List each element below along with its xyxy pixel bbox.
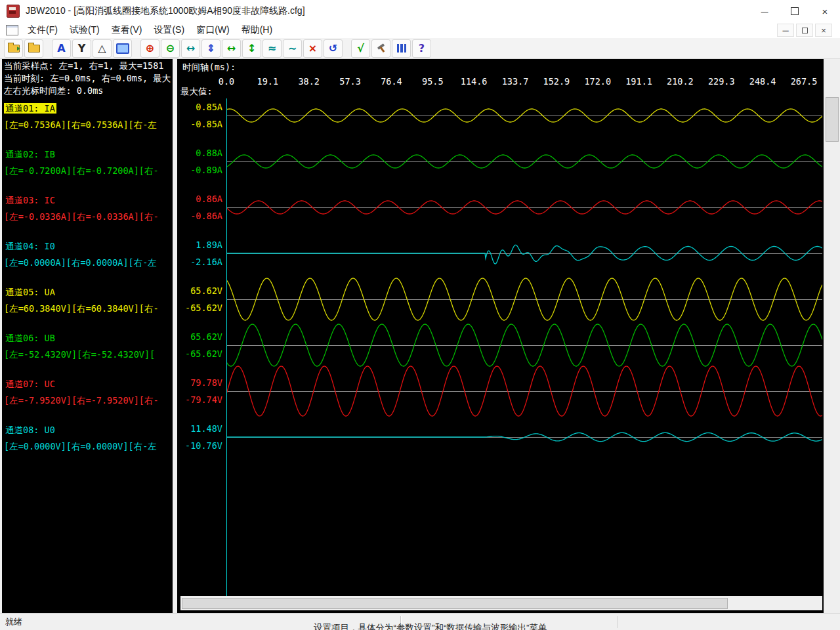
app-icon bbox=[7, 5, 20, 18]
h-expand-button[interactable]: ↔ bbox=[222, 39, 241, 58]
zoom-out-button[interactable]: ⊖ bbox=[161, 39, 180, 58]
close-icon: × bbox=[822, 6, 828, 17]
vertical-scrollbar[interactable] bbox=[824, 59, 840, 614]
current-time-info: 当前时刻: 左=0.0ms, 右=0.0ms, 最大 bbox=[4, 73, 171, 83]
menu-view[interactable]: 查看(V) bbox=[106, 22, 148, 38]
maximize-button[interactable] bbox=[780, 0, 810, 22]
h-compress-button[interactable]: ↔ bbox=[181, 39, 200, 58]
client-area: 当前采样点: 左=1, 右=1, 最大=1581 当前时刻: 左=0.0ms, … bbox=[0, 59, 840, 614]
waveform-canvas[interactable] bbox=[226, 98, 822, 596]
channel-max-value-8: 11.48V bbox=[177, 424, 222, 434]
horizontal-scrollbar[interactable] bbox=[180, 596, 822, 610]
waveform-panel: 时间轴(ms): 最大值: 0.85A-0.85A0.88A-0.89A0.86… bbox=[177, 59, 840, 614]
triangle-wave-button[interactable]: △ bbox=[93, 39, 112, 58]
time-tick-label: 57.3 bbox=[339, 77, 361, 87]
time-tick-label: 114.6 bbox=[461, 77, 488, 87]
time-tick-label: 133.7 bbox=[502, 77, 529, 87]
channel-label-1[interactable]: 通道01: IA bbox=[4, 103, 56, 114]
double-wave-icon: ≈ bbox=[268, 43, 276, 54]
time-tick-label: 248.4 bbox=[749, 77, 776, 87]
channel-label-7[interactable]: 通道07: UC bbox=[4, 379, 56, 389]
cursor-mode-button[interactable]: ⇕ bbox=[201, 39, 220, 58]
statistics-button[interactable] bbox=[392, 39, 411, 58]
channel-label-8[interactable]: 通道08: U0 bbox=[4, 425, 56, 435]
undo-button[interactable]: ↺ bbox=[324, 39, 343, 58]
v-cursor-icon: ⇕ bbox=[207, 43, 215, 54]
channel-max-value-1: 0.85A bbox=[177, 102, 222, 112]
channel-detail-3: [左=-0.0336A][右=-0.0336A][右- bbox=[4, 211, 159, 222]
time-tick-label: 267.5 bbox=[791, 77, 818, 87]
channel-max-value-3: 0.86A bbox=[177, 194, 222, 204]
minimize-icon: ─ bbox=[782, 26, 788, 35]
channel-label-4[interactable]: 通道04: I0 bbox=[4, 241, 56, 251]
triangle-icon: △ bbox=[98, 43, 106, 54]
sine-wave-icon: ∼ bbox=[288, 43, 297, 54]
max-value-label: 最大值: bbox=[180, 87, 213, 96]
channel-label-3[interactable]: 通道03: IC bbox=[4, 195, 56, 205]
vector-diagram-button[interactable]: Y bbox=[72, 39, 91, 58]
channel-detail-8: [左=0.0000V][右=0.0000V][右-左 bbox=[4, 441, 157, 452]
menu-test[interactable]: 试验(T) bbox=[64, 22, 106, 38]
folder-icon bbox=[28, 45, 40, 52]
maximize-icon bbox=[791, 7, 799, 15]
h-arrow-icon: ↔ bbox=[227, 43, 236, 54]
channel-detail-4: [左=0.0000A][右=0.0000A][右-左 bbox=[4, 257, 157, 268]
window-controls: ─× bbox=[749, 0, 840, 22]
channel-detail-2: [左=-0.7200A][右=-0.7200A][右- bbox=[4, 165, 159, 176]
wave-single-button[interactable]: ∼ bbox=[283, 39, 302, 58]
mdi-minimize-button[interactable]: ─ bbox=[777, 24, 794, 37]
channel-min-value-7: -79.74V bbox=[177, 395, 222, 405]
horizontal-scrollbar-thumb[interactable] bbox=[182, 598, 728, 609]
menu-bar: 文件(F)试验(T)查看(V)设置(S)窗口(W)帮助(H) ─× bbox=[0, 22, 840, 39]
edit-button[interactable]: √ bbox=[351, 39, 370, 58]
h-expand-icon: ↔ bbox=[186, 43, 195, 54]
channel-max-value-5: 65.62V bbox=[177, 286, 222, 296]
time-tick-label: 172.0 bbox=[584, 77, 611, 87]
time-tick-label: 95.5 bbox=[422, 77, 444, 87]
menu-help[interactable]: 帮助(H) bbox=[236, 22, 278, 38]
restore-icon bbox=[802, 28, 808, 33]
channel-min-value-6: -65.62V bbox=[177, 349, 222, 359]
document-icon[interactable] bbox=[6, 25, 18, 35]
channel-detail-1: [左=0.7536A][右=0.7536A][右-左 bbox=[4, 119, 157, 130]
menu-settings[interactable]: 设置(S) bbox=[148, 22, 190, 38]
time-tick-label: 38.2 bbox=[298, 77, 320, 87]
mdi-restore-button[interactable] bbox=[796, 24, 813, 37]
v-expand-button[interactable]: ↕ bbox=[242, 39, 261, 58]
folder-open-icon bbox=[8, 45, 20, 52]
close-x-icon: × bbox=[308, 43, 317, 54]
channel-label-2[interactable]: 通道02: IB bbox=[4, 149, 56, 159]
toolbar: AY△⊕⊖↔⇕↔↕≈∼×↺√? bbox=[0, 38, 840, 59]
minus-circle-icon: ⊖ bbox=[166, 43, 175, 54]
delete-button[interactable]: × bbox=[303, 39, 322, 58]
close-button[interactable]: × bbox=[810, 0, 840, 22]
hammer-icon bbox=[376, 43, 387, 53]
status-text: 就绪 bbox=[5, 616, 22, 628]
minimize-button[interactable]: ─ bbox=[749, 0, 780, 22]
channel-max-value-2: 0.88A bbox=[177, 148, 222, 158]
channel-label-6[interactable]: 通道06: UB bbox=[4, 333, 56, 343]
channel-min-value-4: -2.16A bbox=[177, 257, 222, 267]
open-folder-button[interactable] bbox=[24, 39, 43, 58]
vertical-scrollbar-thumb[interactable] bbox=[826, 97, 839, 142]
screen-icon bbox=[116, 43, 129, 54]
menu-window[interactable]: 窗口(W) bbox=[190, 22, 236, 38]
wave-compress-button[interactable]: ≈ bbox=[262, 39, 282, 58]
open-file-button[interactable] bbox=[4, 39, 23, 58]
channel-detail-5: [左=60.3840V][右=60.3840V][右- bbox=[4, 303, 159, 314]
tools-button[interactable] bbox=[371, 39, 390, 58]
sample-point-info: 当前采样点: 左=1, 右=1, 最大=1581 bbox=[4, 60, 163, 71]
channel-label-5[interactable]: 通道05: UA bbox=[4, 287, 56, 297]
zoom-in-button[interactable]: ⊕ bbox=[140, 39, 159, 58]
menu-file[interactable]: 文件(F) bbox=[22, 22, 64, 38]
mdi-close-button[interactable]: × bbox=[815, 24, 832, 37]
time-tick-label: 191.1 bbox=[625, 77, 652, 87]
display-mode-button[interactable] bbox=[113, 39, 132, 58]
help-button[interactable]: ? bbox=[412, 39, 431, 58]
time-tick-label: 0.0 bbox=[219, 77, 234, 87]
time-tick-label: 210.2 bbox=[667, 77, 694, 87]
check-icon: √ bbox=[357, 43, 364, 54]
plus-circle-icon: ⊕ bbox=[146, 43, 154, 54]
time-tick-label: 76.4 bbox=[381, 77, 402, 87]
font-button[interactable]: A bbox=[52, 39, 71, 58]
